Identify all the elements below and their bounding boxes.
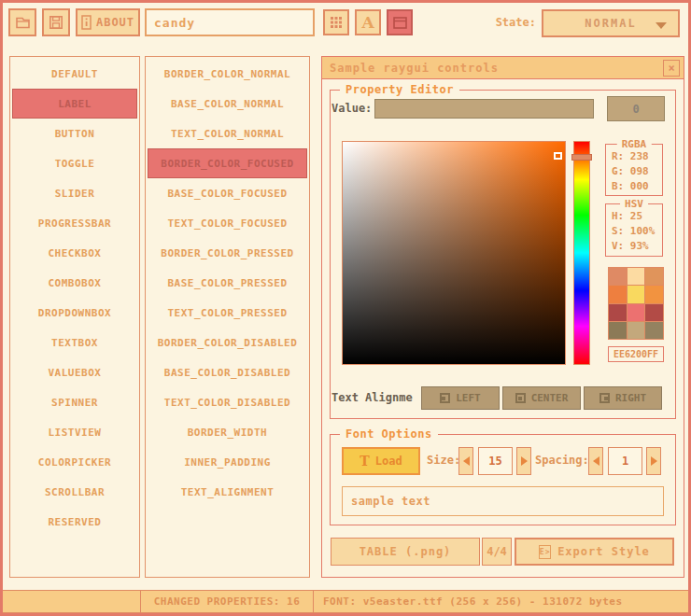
align-center-button[interactable]: CENTER: [502, 386, 581, 410]
export-style-label: Export Style: [557, 545, 650, 558]
controls-list-item[interactable]: COLORPICKER: [12, 447, 137, 477]
controls-list: DEFAULTLABELBUTTONTOGGLESLIDERPROGRESSBA…: [9, 56, 140, 578]
text-alignment-label: Text Alignme: [331, 391, 422, 404]
arrow-left-icon: [463, 456, 470, 466]
color-swatch[interactable]: [645, 304, 663, 321]
chevron-down-icon: [656, 22, 667, 29]
hsv-group: HSV H: 25 S: 100% V: 93%: [605, 203, 663, 257]
color-picker-panel[interactable]: [342, 141, 566, 365]
export-file-icon: E>: [539, 545, 551, 559]
save-file-button[interactable]: [42, 8, 70, 36]
properties-list-item[interactable]: BORDER_COLOR_NORMAL: [148, 59, 307, 89]
controls-list-item[interactable]: RESERVED: [12, 507, 137, 537]
style-name-input[interactable]: [145, 8, 315, 36]
controls-list-item[interactable]: LABEL: [12, 89, 137, 119]
color-swatch[interactable]: [609, 304, 627, 321]
controls-list-item[interactable]: TOGGLE: [12, 148, 137, 178]
controls-list-item[interactable]: LISTVIEW: [12, 417, 137, 447]
window-title: Sample raygui controls: [330, 62, 499, 75]
folder-icon: [15, 15, 31, 30]
color-swatch[interactable]: [628, 268, 645, 285]
load-font-button[interactable]: T Load: [342, 447, 420, 475]
align-center-icon: [515, 393, 526, 403]
spacing-increment-button[interactable]: [646, 447, 661, 475]
properties-list-item[interactable]: TEXT_COLOR_DISABLED: [148, 387, 307, 417]
controls-list-item[interactable]: PROGRESSBAR: [12, 208, 137, 238]
hex-value-box[interactable]: EE6200FF: [608, 346, 664, 362]
color-swatch[interactable]: [628, 304, 645, 321]
window-titlebar[interactable]: Sample raygui controls: [322, 57, 684, 79]
property-editor-group-label: Property Editor: [340, 83, 459, 96]
color-swatch[interactable]: [628, 286, 645, 302]
about-button-label: ABOUT: [96, 16, 134, 29]
about-button[interactable]: ABOUT: [76, 8, 140, 36]
value-label: Value:: [331, 102, 372, 115]
size-value-box[interactable]: 15: [478, 447, 513, 475]
properties-list-item[interactable]: BORDER_WIDTH: [148, 417, 307, 447]
color-swatch[interactable]: [609, 286, 627, 302]
state-dropdown[interactable]: NORMAL: [542, 9, 680, 37]
status-bar: CHANGED PROPERTIES: 16 FONT: v5easter.tt…: [3, 590, 688, 613]
controls-list-item[interactable]: COMBOBOX: [12, 268, 137, 298]
properties-list-item[interactable]: BORDER_COLOR_DISABLED: [148, 328, 307, 357]
window-view-button[interactable]: [387, 9, 413, 35]
align-left-icon: [440, 393, 450, 403]
controls-list-item[interactable]: SCROLLBAR: [12, 477, 137, 507]
properties-list-item[interactable]: BASE_COLOR_NORMAL: [148, 89, 307, 119]
color-swatch[interactable]: [645, 286, 663, 302]
value-slider[interactable]: [374, 99, 594, 119]
align-left-button[interactable]: LEFT: [421, 386, 500, 410]
controls-list-item[interactable]: VALUEBOX: [12, 357, 137, 387]
color-picker-cursor[interactable]: [554, 152, 562, 160]
status-changed-properties: CHANGED PROPERTIES: 16: [141, 591, 314, 612]
spacing-decrement-button[interactable]: [588, 447, 603, 475]
properties-list-item[interactable]: TEXT_ALIGNMENT: [148, 477, 307, 507]
properties-list-item[interactable]: BORDER_COLOR_FOCUSED: [148, 148, 307, 178]
open-file-button[interactable]: [8, 8, 36, 36]
color-swatch[interactable]: [609, 322, 627, 339]
rgba-green-value: G: 098: [606, 164, 662, 179]
properties-list-item[interactable]: INNER_PADDING: [148, 447, 307, 477]
size-increment-button[interactable]: [516, 447, 531, 475]
align-right-icon: [599, 393, 610, 403]
properties-list-item[interactable]: TEXT_COLOR_FOCUSED: [148, 208, 307, 238]
properties-list-item[interactable]: BORDER_COLOR_PRESSED: [148, 238, 307, 268]
state-dropdown-value: NORMAL: [585, 17, 636, 30]
controls-list-item[interactable]: DEFAULT: [12, 59, 137, 89]
properties-list-item[interactable]: TEXT_COLOR_NORMAL: [148, 119, 307, 148]
spacing-label: Spacing:: [535, 454, 589, 467]
controls-list-item[interactable]: DROPDOWNBOX: [12, 298, 137, 328]
spacing-value: 1: [622, 455, 628, 468]
spacing-value-box[interactable]: 1: [608, 447, 642, 475]
align-right-label: RIGHT: [615, 392, 646, 404]
controls-list-item[interactable]: BUTTON: [12, 119, 137, 148]
hue-slider-handle[interactable]: [571, 154, 592, 161]
font-view-button[interactable]: A: [355, 9, 381, 35]
align-right-button[interactable]: RIGHT: [584, 386, 662, 410]
color-swatch[interactable]: [645, 322, 663, 339]
color-swatch[interactable]: [628, 322, 645, 339]
color-swatch[interactable]: [645, 268, 663, 285]
close-button[interactable]: ×: [663, 60, 680, 77]
style-table-view-button[interactable]: [323, 9, 349, 35]
close-icon: ×: [668, 62, 674, 75]
arrow-right-icon: [521, 456, 528, 466]
export-style-button[interactable]: E> Export Style: [515, 538, 674, 566]
hue-slider[interactable]: [573, 141, 590, 365]
properties-list-item[interactable]: BASE_COLOR_DISABLED: [148, 357, 307, 387]
hsv-saturation-value: S: 100%: [606, 224, 662, 239]
controls-list-item[interactable]: TEXTBOX: [12, 328, 137, 357]
sample-text-input[interactable]: sample text: [342, 486, 664, 516]
controls-list-item[interactable]: SLIDER: [12, 178, 137, 208]
properties-list-item[interactable]: BASE_COLOR_PRESSED: [148, 268, 307, 298]
properties-list-item[interactable]: TEXT_COLOR_PRESSED: [148, 298, 307, 328]
properties-list-item[interactable]: BASE_COLOR_FOCUSED: [148, 178, 307, 208]
export-table-button[interactable]: TABLE (.png): [331, 538, 480, 566]
letter-a-icon: A: [361, 13, 374, 32]
rgba-group: RGBA R: 238 G: 098 B: 000: [605, 144, 663, 196]
size-decrement-button[interactable]: [458, 447, 473, 475]
color-swatch[interactable]: [609, 268, 627, 285]
controls-list-item[interactable]: SPINNER: [12, 387, 137, 417]
controls-list-item[interactable]: CHECKBOX: [12, 238, 137, 268]
value-spinner[interactable]: 0: [607, 96, 665, 121]
